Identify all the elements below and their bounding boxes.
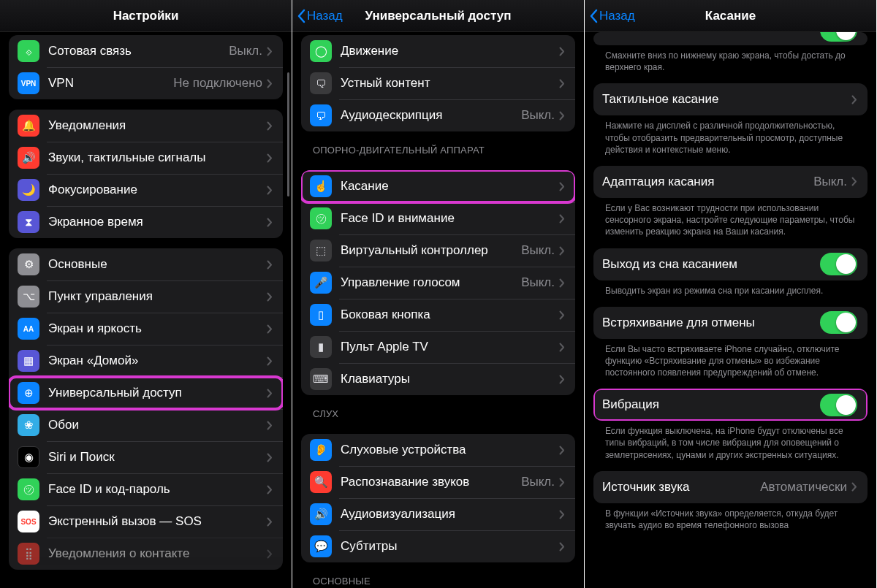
row-display[interactable]: AA Экран и яркость	[9, 313, 283, 345]
row-value: Выкл.	[521, 275, 555, 290]
back-button[interactable]: Назад	[589, 0, 635, 32]
row-focus[interactable]: 🌙 Фокусирование	[9, 174, 283, 206]
row-label: Вибрация	[602, 397, 820, 412]
back-button[interactable]: Назад	[297, 0, 343, 32]
reachability-toggle[interactable]	[820, 32, 857, 42]
chevron-right-icon	[559, 542, 565, 551]
header: Настройки	[0, 0, 292, 32]
row-faceid[interactable]: ㋡ Face ID и код-пароль	[9, 473, 283, 505]
chevron-right-icon	[267, 549, 273, 559]
soundrec-icon: 🔍	[310, 471, 332, 493]
touch-icon: ☝	[310, 175, 332, 197]
accessibility-group: ☝ Касание ㋡ Face ID и внимание ⬚ Виртуал…	[301, 170, 575, 395]
text-size-icon: AA	[18, 318, 39, 340]
row-sound-recognition[interactable]: 🔍 Распознавание звуков Выкл.	[301, 466, 575, 498]
sos-icon: SOS	[18, 511, 39, 532]
row-haptic-touch[interactable]: Тактильное касание	[593, 83, 867, 115]
vpn-icon: VPN	[18, 72, 39, 94]
row-label: Движение	[341, 44, 559, 58]
scrollbar[interactable]	[287, 72, 289, 196]
row-screentime[interactable]: ⧗ Экранное время	[9, 206, 283, 238]
row-label: Выход из сна касанием	[602, 257, 820, 272]
row-shake-to-undo: Встряхивание для отмены	[593, 307, 867, 339]
row-exposure[interactable]: ⣿ Уведомления о контакте	[9, 538, 283, 570]
row-accessibility[interactable]: ⊕ Универсальный доступ	[9, 377, 283, 409]
row-label: Экстренный вызов — SOS	[48, 514, 267, 529]
group-header: ОСНОВНЫЕ	[301, 562, 575, 588]
speaker-icon: 🔊	[18, 147, 39, 169]
row-homescreen[interactable]: ▦ Экран «Домой»	[9, 345, 283, 377]
row-audiodesc[interactable]: 🗩 Аудиодескрипция Выкл.	[301, 99, 575, 131]
touch-group: Тактильное касание	[593, 83, 867, 115]
row-label: Пункт управления	[48, 289, 267, 304]
settings-panel: Настройки ⟐ Сотовая связь Выкл. VPN VPN …	[0, 0, 292, 588]
hourglass-icon: ⧗	[18, 211, 39, 233]
row-hearing-devices[interactable]: 👂 Слуховые устройства	[301, 434, 575, 466]
row-label: Распознавание звуков	[341, 475, 521, 489]
row-label: Обои	[48, 418, 267, 432]
row-label: Встряхивание для отмены	[602, 316, 820, 330]
row-apple-tv-remote[interactable]: ▮ Пульт Apple TV	[301, 331, 575, 363]
row-faceid-attention[interactable]: ㋡ Face ID и внимание	[301, 202, 575, 234]
row-sounds[interactable]: 🔊 Звуки, тактильные сигналы	[9, 142, 283, 174]
row-switch-control[interactable]: ⬚ Виртуальный контроллер Выкл.	[301, 234, 575, 267]
tap-to-wake-toggle[interactable]	[820, 253, 857, 275]
vibration-toggle[interactable]	[820, 394, 857, 416]
header-title: Настройки	[113, 9, 179, 23]
chevron-right-icon	[559, 214, 565, 224]
row-touch[interactable]: ☝ Касание	[301, 170, 575, 202]
row-sos[interactable]: SOS Экстренный вызов — SOS	[9, 505, 283, 538]
row-label: Звуки, тактильные сигналы	[48, 150, 267, 165]
row-wallpaper[interactable]: ❀ Обои	[9, 409, 283, 441]
touch-content[interactable]: Смахните вниз по нижнему краю экрана, чт…	[585, 29, 876, 585]
chevron-right-icon	[851, 482, 857, 492]
accessibility-group: 👂 Слуховые устройства 🔍 Распознавание зв…	[301, 434, 575, 562]
row-label: Уведомления	[48, 118, 267, 133]
touch-group: Адаптация касания Выкл.	[593, 166, 867, 198]
settings-content[interactable]: ⟐ Сотовая связь Выкл. VPN VPN Не подключ…	[0, 32, 292, 588]
touch-group: Вибрация	[593, 389, 867, 421]
row-notifications[interactable]: 🔔 Уведомления	[9, 110, 283, 142]
back-label: Назад	[599, 9, 635, 23]
row-side-button[interactable]: ▯ Боковая кнопка	[301, 299, 575, 331]
accessibility-content[interactable]: ◯ Движение 🗨 Устный контент 🗩 Аудиодескр…	[292, 32, 584, 588]
switches-icon: ⌥	[18, 286, 39, 308]
row-cellular[interactable]: ⟐ Сотовая связь Выкл.	[9, 35, 283, 67]
row-control-center[interactable]: ⌥ Пункт управления	[9, 280, 283, 313]
chevron-right-icon	[267, 186, 273, 195]
row-label: Face ID и код-пароль	[48, 482, 267, 497]
row-subtitles[interactable]: 💬 Субтитры	[301, 530, 575, 562]
touch-group	[593, 32, 867, 45]
row-general[interactable]: ⚙ Основные	[9, 248, 283, 280]
chevron-right-icon	[559, 375, 565, 384]
row-motion[interactable]: ◯ Движение	[301, 35, 575, 67]
chevron-right-icon	[267, 47, 273, 56]
row-label: VPN	[48, 76, 173, 91]
shake-to-undo-toggle[interactable]	[820, 311, 857, 334]
row-label: Основные	[48, 257, 267, 272]
chevron-right-icon	[559, 446, 565, 455]
row-vpn[interactable]: VPN VPN Не подключено	[9, 67, 283, 99]
remote-icon: ▮	[310, 336, 332, 358]
row-label: Экран «Домой»	[48, 354, 267, 368]
accessibility-icon: ⊕	[18, 382, 39, 404]
row-label: Источник звука	[602, 480, 760, 495]
row-spoken[interactable]: 🗨 Устный контент	[301, 67, 575, 99]
chevron-right-icon	[851, 95, 857, 104]
settings-group: ⟐ Сотовая связь Выкл. VPN VPN Не подключ…	[9, 35, 283, 99]
chevron-right-icon	[559, 310, 565, 320]
row-label: Боковая кнопка	[341, 308, 559, 322]
row-label: Тактильное касание	[602, 92, 851, 107]
row-siri[interactable]: ◉ Siri и Поиск	[9, 441, 283, 473]
row-label: Универсальный доступ	[48, 386, 267, 400]
row-call-audio-routing[interactable]: Источник звука Автоматически	[593, 471, 867, 503]
row-touch-accommodations[interactable]: Адаптация касания Выкл.	[593, 166, 867, 198]
ear-icon: 👂	[310, 439, 332, 461]
row-voice-control[interactable]: 🎤 Управление голосом Выкл.	[301, 267, 575, 299]
settings-group: ⚙ Основные ⌥ Пункт управления AA Экран и…	[9, 248, 283, 570]
group-header: ОПОРНО-ДВИГАТЕЛЬНЫЙ АППАРАТ	[301, 131, 575, 160]
row-audio-visual[interactable]: 🔊 Аудиовизуализация	[301, 498, 575, 530]
chevron-right-icon	[559, 278, 565, 288]
row-keyboards[interactable]: ⌨ Клавиатуры	[301, 363, 575, 395]
chevron-right-icon	[267, 389, 273, 398]
